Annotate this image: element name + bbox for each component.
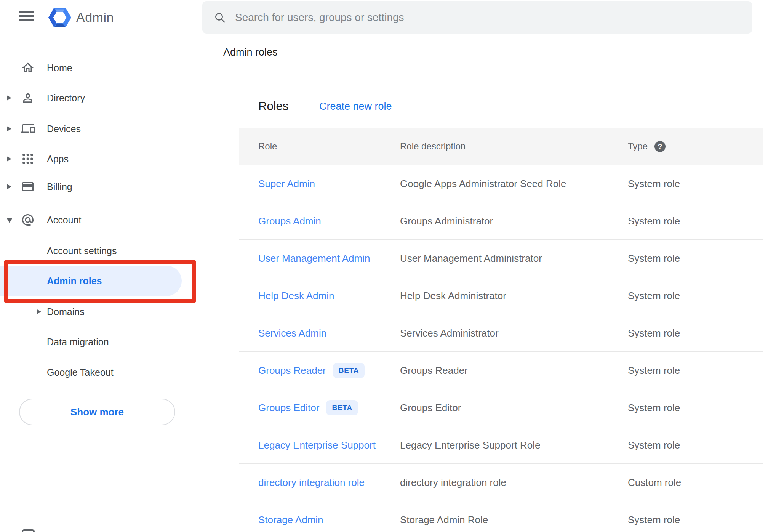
- sidebar-item-label: Data migration: [47, 327, 109, 357]
- table-row: Super AdminGoogle Apps Administrator See…: [239, 165, 763, 202]
- role-cell: directory integration role: [258, 464, 365, 501]
- column-header-role-description: Role description: [400, 128, 466, 165]
- table-row: Storage AdminStorage Admin RoleSystem ro…: [239, 501, 763, 532]
- role-cell: Groups Admin: [258, 202, 321, 240]
- sidebar-item-label: Apps: [47, 144, 69, 174]
- sidebar-bottom-divider: [0, 512, 194, 512]
- role-link[interactable]: Legacy Enterprise Support: [258, 439, 376, 451]
- sidebar-item-label: Google Takeout: [47, 357, 114, 388]
- sidebar-item-devices[interactable]: Devices: [0, 114, 202, 144]
- sidebar-item-apps[interactable]: Apps: [0, 144, 202, 174]
- role-cell: Legacy Enterprise Support: [258, 426, 376, 464]
- table-row: Groups EditorBETAGroups EditorSystem rol…: [239, 389, 763, 426]
- role-link[interactable]: User Management Admin: [258, 253, 370, 264]
- column-header-role: Role: [258, 128, 277, 165]
- column-header-type: Type: [628, 128, 648, 165]
- breadcrumb: Admin roles: [223, 46, 278, 58]
- sidebar-item-label: Domains: [47, 296, 85, 327]
- role-cell: Super Admin: [258, 165, 315, 202]
- role-link[interactable]: Super Admin: [258, 178, 315, 190]
- home-icon: [21, 61, 35, 75]
- role-link[interactable]: Storage Admin: [258, 514, 323, 526]
- help-icon[interactable]: ?: [654, 141, 666, 152]
- role-link[interactable]: Groups Reader: [258, 365, 326, 377]
- expand-arrow-icon[interactable]: [7, 184, 11, 189]
- role-type-cell: System role: [628, 165, 680, 202]
- role-description-cell: Legacy Enterprise Support Role: [400, 426, 541, 464]
- feedback-icon[interactable]: [22, 529, 35, 532]
- sidebar-item-account-settings[interactable]: Account settings: [0, 236, 202, 266]
- role-link[interactable]: Groups Admin: [258, 215, 321, 227]
- create-new-role-link[interactable]: Create new role: [319, 85, 392, 128]
- role-cell: Groups ReaderBETA: [258, 352, 365, 389]
- sidebar-item-data-migration[interactable]: Data migration: [0, 327, 202, 357]
- roles-table-body: Super AdminGoogle Apps Administrator See…: [239, 165, 763, 532]
- role-cell: User Management Admin: [258, 240, 370, 277]
- sidebar-item-account[interactable]: Account: [0, 205, 202, 235]
- roles-table-header: Role Role description Type ?: [239, 128, 763, 165]
- collapse-arrow-icon[interactable]: [7, 218, 12, 223]
- sidebar-nav: HomeDirectoryDevicesAppsBillingAccountAc…: [0, 0, 202, 532]
- expand-arrow-icon[interactable]: [7, 126, 11, 131]
- sidebar-item-domains[interactable]: Domains: [0, 296, 202, 327]
- role-description-cell: Storage Admin Role: [400, 501, 488, 532]
- sidebar-item-label: Home: [47, 53, 72, 83]
- role-type-cell: System role: [628, 389, 680, 426]
- role-cell: Groups EditorBETA: [258, 389, 358, 426]
- role-cell: Services Admin: [258, 314, 326, 352]
- sidebar-item-billing[interactable]: Billing: [0, 171, 202, 202]
- sidebar-item-label: Devices: [47, 114, 81, 144]
- search-icon: [214, 11, 226, 24]
- sidebar-item-label: Account: [47, 205, 81, 235]
- role-link[interactable]: directory integration role: [258, 477, 365, 489]
- at-sign-icon: [21, 213, 35, 227]
- search-input[interactable]: [234, 11, 752, 24]
- role-description-cell: Services Administrator: [400, 314, 499, 352]
- role-type-cell: System role: [628, 426, 680, 464]
- sidebar-item-directory[interactable]: Directory: [0, 83, 202, 113]
- table-row: Groups ReaderBETAGroups ReaderSystem rol…: [239, 352, 763, 389]
- sidebar-item-label: Account settings: [47, 236, 117, 266]
- role-type-cell: System role: [628, 202, 680, 240]
- table-row: Groups AdminGroups AdministratorSystem r…: [239, 202, 763, 240]
- roles-card-header: Roles Create new role: [239, 85, 763, 128]
- role-link[interactable]: Help Desk Admin: [258, 290, 334, 302]
- apps-icon: [21, 152, 35, 166]
- beta-badge: BETA: [326, 400, 358, 415]
- sidebar-item-label: Billing: [47, 171, 72, 202]
- expand-arrow-icon[interactable]: [37, 309, 41, 314]
- table-row: Help Desk AdminHelp Desk AdministratorSy…: [239, 277, 763, 314]
- role-description-cell: Groups Editor: [400, 389, 461, 426]
- role-description-cell: User Management Administrator: [400, 240, 542, 277]
- role-type-cell: System role: [628, 240, 680, 277]
- role-type-cell: System role: [628, 501, 680, 532]
- role-link[interactable]: Groups Editor: [258, 402, 319, 414]
- admin-console-screen: Admin HomeDirectoryDevicesAppsBillingAcc…: [0, 0, 768, 532]
- role-cell: Storage Admin: [258, 501, 323, 532]
- table-row: User Management AdminUser Management Adm…: [239, 240, 763, 277]
- role-link[interactable]: Services Admin: [258, 327, 326, 339]
- sidebar-item-label: Admin roles: [47, 266, 102, 296]
- role-type-cell: System role: [628, 352, 680, 389]
- devices-icon: [21, 122, 35, 136]
- roles-title: Roles: [258, 85, 288, 128]
- sidebar-item-home[interactable]: Home: [0, 53, 202, 83]
- sidebar-item-google-takeout[interactable]: Google Takeout: [0, 357, 202, 388]
- role-description-cell: Help Desk Administrator: [400, 277, 506, 314]
- credit-card-icon: [21, 180, 35, 194]
- role-description-cell: directory integration role: [400, 464, 506, 501]
- person-icon: [21, 91, 35, 105]
- table-row: directory integration roledirectory inte…: [239, 464, 763, 501]
- role-type-cell: Custom role: [628, 464, 681, 501]
- sidebar-item-admin-roles[interactable]: Admin roles: [0, 266, 202, 296]
- role-description-cell: Groups Reader: [400, 352, 468, 389]
- role-description-cell: Groups Administrator: [400, 202, 493, 240]
- expand-arrow-icon[interactable]: [7, 156, 11, 162]
- show-more-button[interactable]: Show more: [19, 399, 175, 425]
- expand-arrow-icon[interactable]: [7, 95, 11, 101]
- role-type-cell: System role: [628, 314, 680, 352]
- role-cell: Help Desk Admin: [258, 277, 334, 314]
- search-bar[interactable]: [202, 1, 752, 34]
- role-description-cell: Google Apps Administrator Seed Role: [400, 165, 566, 202]
- sidebar: Admin HomeDirectoryDevicesAppsBillingAcc…: [0, 0, 202, 532]
